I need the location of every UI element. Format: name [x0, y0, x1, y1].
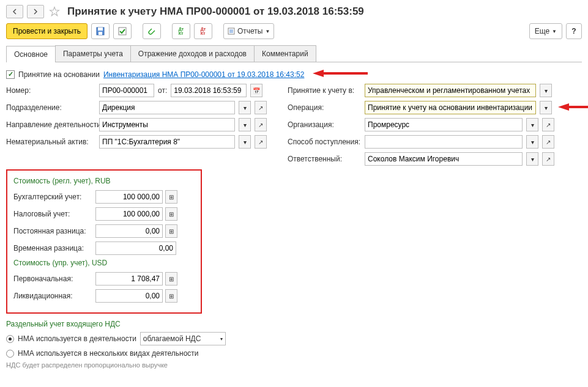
from-label: от: [158, 86, 167, 95]
vat-opt2-label: НМА используется в нескольких видах деят… [18, 349, 199, 358]
dropdown-icon[interactable]: ▾ [540, 101, 552, 114]
svg-marker-9 [313, 70, 324, 77]
dtkt-red-icon[interactable]: ДтКт [194, 23, 212, 39]
svg-marker-11 [558, 103, 569, 111]
forward-button[interactable] [27, 5, 44, 18]
calc-icon[interactable]: ⊞ [165, 272, 177, 286]
cost-reg-title: Стоимость (регл. учет), RUB [13, 177, 195, 185]
red-arrow-annotation [313, 68, 368, 80]
post-close-button[interactable]: Провести и закрыть [6, 23, 87, 39]
activity-input[interactable] [99, 118, 235, 131]
open-icon[interactable]: ↗ [542, 118, 554, 131]
open-icon[interactable]: ↗ [542, 152, 554, 166]
top-nav: Принятие к учету НМА ПР00-000001 от 19.0… [6, 5, 582, 18]
tax-label: Налоговый учет: [13, 210, 93, 218]
reports-dropdown[interactable]: Отчеты ▼ [223, 23, 274, 39]
accounting-label: Бухгалтерский учет: [13, 193, 93, 201]
open-icon[interactable]: ↗ [255, 101, 267, 114]
dropdown-icon[interactable]: ▾ [526, 135, 538, 149]
tab-income[interactable]: Отражение доходов и расходов [130, 45, 255, 62]
open-icon[interactable]: ↗ [255, 135, 267, 149]
dropdown-icon[interactable]: ▾ [526, 152, 538, 166]
chevron-down-icon: ▼ [552, 29, 557, 34]
back-button[interactable] [6, 5, 23, 18]
vat-opt1-label: НМА используется в деятельности [18, 334, 136, 343]
initial-input[interactable] [95, 272, 163, 286]
svg-rect-3 [119, 28, 126, 35]
toolbar: Провести и закрыть ДтКт ДтКт Отчеты ▼ Ещ… [6, 23, 582, 39]
asset-label: Нематериальный актив: [6, 138, 95, 146]
liquidation-label: Ликвидационная: [13, 292, 93, 300]
basis-checkbox[interactable] [6, 70, 15, 79]
basis-row: Принятие на основании Инвентаризация НМА… [6, 68, 582, 80]
tab-comment[interactable]: Комментарий [254, 45, 316, 62]
chevron-down-icon: ▼ [265, 29, 270, 34]
number-input[interactable] [99, 84, 154, 97]
calc-icon[interactable]: ⊞ [165, 289, 177, 303]
dropdown-icon[interactable]: ▾ [540, 84, 552, 97]
vat-type-select[interactable]: облагаемой НДС ▾ [140, 332, 226, 345]
vat-note: НДС будет распределен пропорционально вы… [6, 361, 582, 369]
vat-section: Раздельный учет входящего НДС НМА исполь… [6, 320, 582, 369]
calendar-icon[interactable]: 📅 [250, 84, 262, 97]
tab-params[interactable]: Параметры учета [55, 45, 131, 62]
operation-input[interactable] [365, 101, 536, 114]
dropdown-icon[interactable]: ▾ [239, 101, 251, 114]
attach-icon[interactable] [143, 23, 161, 39]
dropdown-icon[interactable]: ▾ [239, 118, 251, 131]
cost-section: Стоимость (регл. учет), RUB Бухгалтерски… [6, 169, 202, 314]
tax-input[interactable] [95, 207, 163, 221]
responsible-label: Ответственный: [288, 155, 361, 163]
division-input[interactable] [99, 101, 235, 114]
activity-label: Направление деятельности: [6, 120, 95, 129]
basis-label: Принятие на основании [18, 70, 100, 79]
svg-rect-2 [99, 32, 102, 35]
help-button[interactable]: ? [566, 23, 582, 39]
vat-radio-2[interactable] [6, 350, 14, 358]
tabs: Основное Параметры учета Отражение доход… [6, 45, 582, 62]
perm-diff-input[interactable] [95, 224, 163, 238]
calc-icon[interactable]: ⊞ [165, 207, 177, 221]
dropdown-icon[interactable]: ▾ [526, 118, 538, 131]
tab-main[interactable]: Основное [6, 46, 56, 62]
temp-diff-input[interactable] [95, 241, 176, 255]
more-button[interactable]: Еще ▼ [529, 23, 562, 39]
dropdown-icon[interactable]: ▾ [239, 135, 251, 149]
svg-rect-1 [98, 28, 103, 31]
cost-mgmt-title: Стоимость (упр. учет), USD [13, 259, 195, 267]
red-arrow-annotation [558, 102, 588, 114]
chevron-down-icon: ▾ [220, 336, 223, 342]
liquidation-input[interactable] [95, 289, 163, 303]
perm-diff-label: Постоянная разница: [13, 227, 93, 235]
org-label: Организация: [288, 120, 361, 129]
favorite-icon[interactable] [48, 5, 61, 18]
division-label: Подразделение: [6, 103, 95, 112]
org-input[interactable] [365, 118, 523, 131]
accounting-input[interactable] [95, 190, 163, 204]
operation-label: Операция: [288, 103, 361, 112]
accept-in-label: Принятие к учету в: [288, 86, 361, 95]
number-label: Номер: [6, 86, 95, 95]
accept-in-input[interactable] [365, 84, 536, 97]
vat-title: Раздельный учет входящего НДС [6, 320, 582, 328]
vat-radio-1[interactable] [6, 335, 14, 343]
dtkt-green-icon[interactable]: ДтКт [172, 23, 190, 39]
receipt-input[interactable] [365, 135, 523, 149]
temp-diff-label: Временная разница: [13, 244, 93, 252]
date-input[interactable] [171, 84, 247, 97]
basis-link[interactable]: Инвентаризация НМА ПР00-000001 от 19.03.… [103, 70, 304, 79]
page-title: Принятие к учету НМА ПР00-000001 от 19.0… [67, 6, 364, 18]
asset-input[interactable] [99, 135, 235, 149]
open-icon[interactable]: ↗ [542, 135, 554, 149]
calc-icon[interactable]: ⊞ [165, 224, 177, 238]
receipt-label: Способ поступления: [288, 138, 361, 146]
responsible-input[interactable] [365, 152, 523, 166]
calc-icon[interactable]: ⊞ [165, 190, 177, 204]
initial-label: Первоначальная: [13, 275, 93, 283]
post-icon[interactable] [113, 23, 132, 39]
open-icon[interactable]: ↗ [255, 118, 267, 131]
save-icon[interactable] [91, 23, 110, 39]
